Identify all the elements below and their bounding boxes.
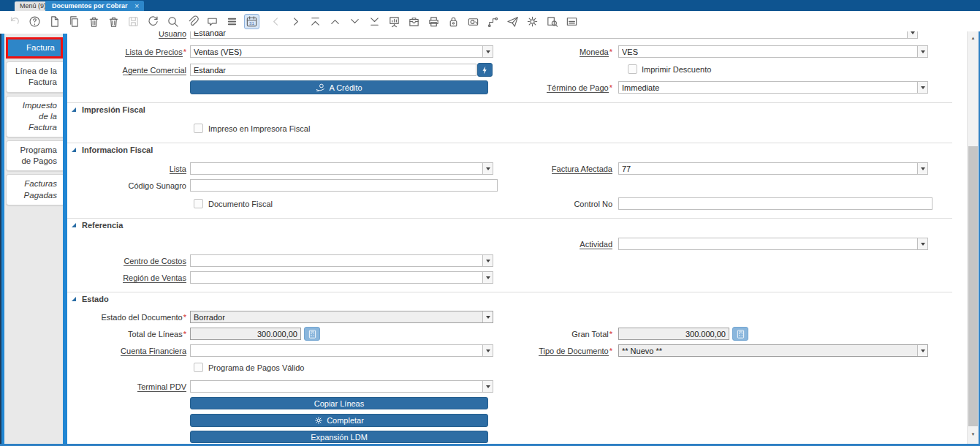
sidebar-tab-impuesto-de-la-factura[interactable]: Impuesto de la Factura bbox=[6, 96, 63, 138]
toolbar-new-record-button[interactable] bbox=[47, 14, 62, 29]
agente-comercial-input[interactable] bbox=[190, 64, 476, 76]
moneda-dropdown-button[interactable] bbox=[917, 46, 927, 57]
toolbar-last-record-button[interactable] bbox=[367, 14, 382, 29]
documento-fiscal-checkbox[interactable] bbox=[194, 199, 203, 208]
collapse-icon[interactable] bbox=[72, 107, 76, 112]
toolbar-delete-record-button[interactable] bbox=[86, 14, 102, 29]
estado-del-documento-input[interactable] bbox=[191, 311, 482, 322]
sidebar-tab-facturas-pagadas[interactable]: Facturas Pagadas bbox=[6, 174, 63, 205]
terminal-pdv-field bbox=[190, 380, 493, 393]
toolbar-next-record-button[interactable] bbox=[288, 14, 303, 29]
sidebar-tab-linea-de-la-factura[interactable]: Línea de la Factura bbox=[6, 61, 63, 92]
toolbar-delete-selection-button[interactable] bbox=[106, 14, 121, 29]
lista-field bbox=[190, 162, 493, 175]
centro-de-costos-dropdown-button[interactable] bbox=[482, 255, 493, 266]
section-divider bbox=[67, 143, 952, 143]
vertical-scrollbar[interactable]: ▲ ▼ bbox=[967, 31, 979, 444]
toolbar-window-info-button[interactable] bbox=[564, 14, 580, 29]
toolbar-zoom-across-button[interactable] bbox=[466, 14, 481, 29]
collapse-icon[interactable] bbox=[72, 148, 76, 152]
toolbar-private-lock-button[interactable] bbox=[446, 14, 461, 29]
window-tab-bar: Menú (9) Documentos por Cobrar × bbox=[0, 0, 980, 11]
close-icon[interactable]: × bbox=[134, 1, 139, 11]
private-lock-icon bbox=[447, 15, 460, 28]
attachment-icon bbox=[186, 15, 199, 28]
terminal-pdv-input[interactable] bbox=[191, 381, 482, 392]
detail-record-icon bbox=[349, 15, 361, 28]
collapse-icon[interactable] bbox=[72, 297, 76, 301]
scrollbar-down-arrow-icon[interactable]: ▼ bbox=[968, 429, 979, 439]
factura-afectada-dropdown-button[interactable] bbox=[917, 163, 927, 174]
programa-de-pagos-valido-label: Programa de Pagos Válido bbox=[208, 363, 304, 372]
factura-afectada-input[interactable] bbox=[619, 163, 917, 174]
toolbar-workflow-button[interactable] bbox=[485, 14, 501, 29]
toolbar-help-button[interactable] bbox=[27, 14, 42, 29]
toolbar-chat-button[interactable] bbox=[205, 14, 220, 29]
imprimir-descuento-checkbox[interactable] bbox=[628, 64, 637, 74]
toolbar-report-button[interactable] bbox=[387, 14, 402, 29]
gran-total-calculator-button[interactable] bbox=[732, 327, 748, 341]
toolbar-first-record-button[interactable] bbox=[308, 14, 323, 29]
region-de-ventas-input[interactable] bbox=[191, 272, 482, 283]
toolbar-check-requests-button[interactable] bbox=[544, 14, 560, 29]
lista-input[interactable] bbox=[191, 163, 482, 174]
a-credito-button[interactable]: A Crédito bbox=[190, 80, 488, 94]
toolbar-print-button[interactable] bbox=[426, 14, 441, 29]
toolbar-attachment-button[interactable] bbox=[185, 14, 200, 29]
actividad-input[interactable] bbox=[619, 238, 917, 249]
gran-total-label: Gran Total* bbox=[468, 330, 612, 339]
cuenta-financiera-input[interactable] bbox=[191, 345, 482, 356]
toolbar-calendar-button[interactable]: 31 bbox=[244, 14, 259, 29]
estado-del-documento-dropdown-button[interactable] bbox=[482, 311, 493, 322]
chat-icon bbox=[206, 15, 219, 28]
programa-de-pagos-valido-checkbox[interactable] bbox=[194, 363, 203, 372]
sidebar-tab-factura[interactable]: Factura bbox=[6, 37, 63, 58]
region-de-ventas-field bbox=[190, 271, 493, 284]
tipo-de-documento-input[interactable] bbox=[619, 345, 917, 356]
lista-de-precios-input[interactable] bbox=[191, 46, 482, 57]
sidebar-tab-programa-de-pagos[interactable]: Programa de Pagos bbox=[6, 140, 63, 171]
section-divider bbox=[67, 218, 952, 219]
collapse-icon[interactable] bbox=[72, 223, 76, 227]
copiar-lineas-button[interactable]: Copiar Líneas bbox=[190, 397, 488, 409]
expansion-ldm-button[interactable]: Expansión LDM bbox=[190, 431, 488, 443]
region-de-ventas-dropdown-button[interactable] bbox=[482, 272, 493, 283]
toolbar: 31 bbox=[0, 11, 980, 31]
section-divider bbox=[67, 102, 952, 103]
terminal-pdv-dropdown-button[interactable] bbox=[482, 381, 493, 392]
toolbar-refresh-button[interactable] bbox=[145, 14, 161, 29]
chevron-down-icon bbox=[921, 349, 925, 352]
completar-button[interactable]: Completar bbox=[190, 414, 488, 427]
lista-de-precios-field bbox=[190, 45, 493, 58]
control-no-label: Control No bbox=[468, 200, 612, 208]
impreso-en-impresora-fiscal-checkbox[interactable] bbox=[194, 124, 203, 133]
toggle-grid-icon bbox=[226, 15, 238, 28]
agente-comercial-zoom-button[interactable] bbox=[477, 63, 493, 77]
toolbar-toggle-grid-button[interactable] bbox=[224, 14, 240, 29]
check-requests-icon bbox=[546, 15, 558, 28]
control-no-input[interactable] bbox=[618, 197, 932, 210]
centro-de-costos-input[interactable] bbox=[191, 255, 482, 266]
scrollbar-up-arrow-icon[interactable]: ▲ bbox=[968, 33, 979, 43]
chevron-down-icon bbox=[921, 243, 925, 246]
toolbar-copy-record-button[interactable] bbox=[67, 14, 82, 29]
toolbar-parent-record-button[interactable] bbox=[327, 14, 343, 29]
scrollbar-thumb[interactable] bbox=[968, 146, 978, 426]
moneda-input[interactable] bbox=[619, 46, 917, 57]
toolbar-preferences-button[interactable] bbox=[525, 14, 540, 29]
termino-de-pago-input[interactable] bbox=[619, 82, 917, 93]
termino-de-pago-dropdown-button[interactable] bbox=[917, 82, 927, 93]
total-de-lineas-calculator-button[interactable] bbox=[304, 327, 320, 341]
codigo-sunagro-input[interactable] bbox=[190, 179, 498, 192]
actividad-label: Actividad bbox=[468, 240, 612, 249]
toolbar-archive-button[interactable] bbox=[406, 14, 422, 29]
tab-documentos-por-cobrar[interactable]: Documentos por Cobrar × bbox=[45, 1, 144, 11]
toolbar-detail-record-button[interactable] bbox=[347, 14, 362, 29]
tipo-de-documento-dropdown-button[interactable] bbox=[917, 345, 927, 356]
toolbar-send-mail-button[interactable] bbox=[505, 14, 520, 29]
credit-icon bbox=[316, 83, 325, 91]
lightning-icon bbox=[482, 66, 488, 75]
toolbar-find-button[interactable] bbox=[165, 14, 181, 29]
save-icon bbox=[127, 15, 140, 28]
actividad-dropdown-button[interactable] bbox=[917, 238, 927, 249]
